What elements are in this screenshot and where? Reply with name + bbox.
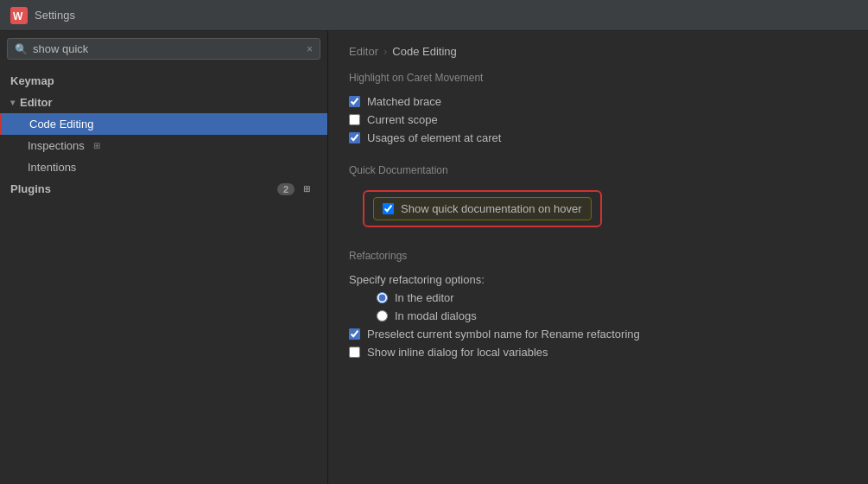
breadcrumb-current: Code Editing xyxy=(392,45,456,58)
specify-refactoring-label: Specify refactoring options: xyxy=(349,273,485,286)
plugins-settings-icon: ⊞ xyxy=(300,184,314,194)
specify-refactoring-label-row: Specify refactoring options: xyxy=(349,271,847,289)
in-modal-radio[interactable] xyxy=(377,310,388,322)
breadcrumb-parent: Editor xyxy=(349,45,378,58)
search-input[interactable] xyxy=(33,42,301,55)
search-clear-button[interactable]: × xyxy=(307,44,313,54)
right-panel: Editor › Code Editing Highlight on Caret… xyxy=(328,31,868,484)
code-editing-label: Code Editing xyxy=(29,118,93,131)
sidebar-item-code-editing[interactable]: Code Editing xyxy=(0,113,327,135)
quick-doc-group: Quick Documentation Show quick documenta… xyxy=(349,164,847,232)
in-modal-row: In modal dialogs xyxy=(363,307,847,325)
sidebar-item-editor[interactable]: ▾ Editor xyxy=(0,92,327,113)
search-icon: 🔍 xyxy=(15,43,28,55)
sidebar-item-keymap[interactable]: Keymap xyxy=(0,70,327,92)
editor-label: Editor xyxy=(20,96,53,109)
plugins-label: Plugins xyxy=(10,182,51,195)
sidebar-item-intentions[interactable]: Intentions xyxy=(0,156,327,178)
usages-of-element-row: Usages of element at caret xyxy=(349,129,847,147)
highlight-section-title: Highlight on Caret Movement xyxy=(349,72,847,84)
matched-brace-label: Matched brace xyxy=(367,95,441,108)
sidebar-item-inspections[interactable]: Inspections ⊞ xyxy=(0,135,327,156)
left-panel: 🔍 × Keymap ▾ Editor Code Editing Inspect… xyxy=(0,31,328,484)
sidebar-item-plugins[interactable]: Plugins 2 ⊞ xyxy=(0,178,327,200)
matched-brace-row: Matched brace xyxy=(349,92,847,111)
preselect-symbol-checkbox[interactable] xyxy=(349,328,360,340)
in-modal-label: In modal dialogs xyxy=(395,309,477,322)
search-box: 🔍 × xyxy=(7,38,320,60)
preselect-symbol-row: Preselect current symbol name for Rename… xyxy=(349,325,847,343)
show-inline-dialog-checkbox[interactable] xyxy=(349,347,360,358)
refactoring-radio-options: In the editor In modal dialogs xyxy=(349,289,847,325)
intentions-label: Intentions xyxy=(28,161,76,174)
show-inline-dialog-row: Show inline dialog for local variables xyxy=(349,343,847,361)
editor-expand-arrow: ▾ xyxy=(10,98,15,107)
svg-text:W: W xyxy=(13,10,23,22)
app-logo: W xyxy=(10,7,28,24)
in-editor-row: In the editor xyxy=(363,289,847,307)
refactorings-group: Refactorings Specify refactoring options… xyxy=(349,250,847,361)
breadcrumb-separator: › xyxy=(383,45,387,58)
plugins-badge: 2 xyxy=(277,183,295,195)
show-quick-doc-label: Show quick documentation on hover xyxy=(401,202,582,215)
inspections-icon: ⊞ xyxy=(90,141,104,150)
in-editor-radio[interactable] xyxy=(377,292,388,303)
refactorings-section-title: Refactorings xyxy=(349,250,847,262)
quick-doc-inner-box: Show quick documentation on hover xyxy=(373,197,592,220)
current-scope-label: Current scope xyxy=(367,113,438,126)
window-title: Settings xyxy=(35,9,75,22)
quick-doc-section-title: Quick Documentation xyxy=(349,164,847,176)
nav-tree: Keymap ▾ Editor Code Editing Inspections… xyxy=(0,67,327,484)
inspections-label: Inspections xyxy=(28,139,85,152)
show-quick-doc-checkbox[interactable] xyxy=(383,203,394,214)
main-layout: 🔍 × Keymap ▾ Editor Code Editing Inspect… xyxy=(0,31,868,484)
current-scope-row: Current scope xyxy=(349,111,847,129)
title-bar: W Settings xyxy=(0,0,868,31)
keymap-label: Keymap xyxy=(10,74,54,87)
in-editor-label: In the editor xyxy=(395,291,454,304)
quick-doc-highlight-box: Show quick documentation on hover xyxy=(363,190,602,227)
preselect-symbol-label: Preselect current symbol name for Rename… xyxy=(367,328,640,341)
current-scope-checkbox[interactable] xyxy=(349,114,360,125)
highlight-on-caret-group: Highlight on Caret Movement Matched brac… xyxy=(349,72,847,147)
show-inline-dialog-label: Show inline dialog for local variables xyxy=(367,346,548,359)
matched-brace-checkbox[interactable] xyxy=(349,96,360,107)
breadcrumb: Editor › Code Editing xyxy=(349,45,847,58)
usages-of-element-checkbox[interactable] xyxy=(349,132,360,143)
usages-of-element-label: Usages of element at caret xyxy=(367,131,501,144)
